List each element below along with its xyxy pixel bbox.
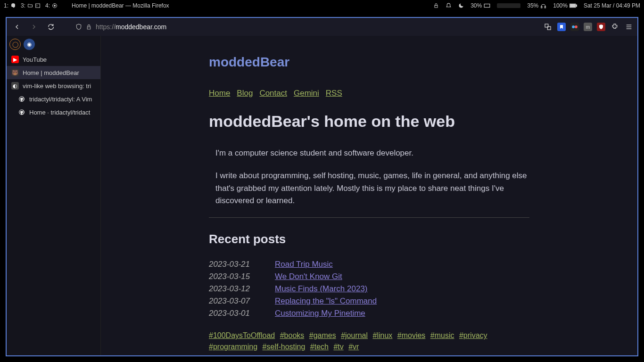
svg-rect-7 — [541, 6, 542, 8]
hamburger-menu-icon[interactable] — [624, 22, 634, 32]
lock-icon[interactable] — [433, 3, 439, 8]
workspace-1[interactable]: 1: — [4, 2, 16, 9]
tag-link[interactable]: #100DaysToOffload — [209, 331, 275, 339]
audio-indicator: 35% — [527, 2, 546, 9]
tag-link[interactable]: #games — [309, 331, 336, 339]
forward-button[interactable] — [27, 20, 41, 33]
nav-link-gemini[interactable]: Gemini — [294, 89, 319, 98]
nav-link-rss[interactable]: RSS — [326, 89, 342, 98]
svg-point-15 — [572, 25, 575, 28]
svg-rect-8 — [545, 6, 545, 8]
system-topbar: 1: 3: 4: Home | moddedBear — Mozilla Fir… — [0, 0, 644, 11]
tab-label: tridactyl/tridactyl: A Vim — [29, 96, 92, 103]
terminal-icon — [34, 3, 41, 9]
back-button[interactable] — [10, 20, 24, 33]
tab-label: Home | moddedBear — [23, 69, 79, 76]
post-row: 2023-03-07Replacing the "ls" Command — [209, 296, 529, 306]
svg-point-16 — [575, 25, 578, 28]
nav-link-contact[interactable]: Contact — [259, 89, 287, 98]
battery-indicator: 100% — [553, 2, 577, 9]
tag-link[interactable]: #music — [430, 331, 454, 339]
post-date: 2023-03-15 — [209, 272, 256, 281]
post-date: 2023-03-07 — [209, 296, 256, 306]
tag-link[interactable]: #tv — [333, 343, 343, 351]
page-heading: moddedBear's home on the web — [209, 112, 529, 131]
tag-link[interactable]: #books — [280, 331, 305, 339]
post-link[interactable]: Replacing the "ls" Command — [275, 296, 377, 306]
tab-label: vim-like web browsing: tri — [23, 82, 91, 90]
post-date: 2023-03-01 — [209, 309, 256, 318]
nav-link-blog[interactable]: Blog — [237, 89, 253, 98]
workspace-3[interactable]: 3: — [21, 2, 41, 9]
extension-darkreader-icon[interactable] — [570, 23, 579, 31]
recent-posts-list: 2023-03-21Road Trip Music2023-03-15We Do… — [209, 260, 529, 318]
nav-link-home[interactable]: Home — [209, 89, 230, 98]
moon-icon[interactable] — [458, 3, 464, 8]
window-title: Home | moddedBear — Mozilla Firefox — [72, 2, 169, 9]
workspace-4[interactable]: 4: — [45, 2, 58, 9]
page-content[interactable]: moddedBear HomeBlogContactGeminiRSS modd… — [101, 36, 637, 355]
firefox-icon — [51, 3, 58, 9]
sidebar-tab[interactable]: tridactyl/tridactyl: A Vim — [7, 92, 100, 106]
keyboard-indicator: 30% — [471, 2, 490, 9]
browser-window: https://moddedbear.com m — [6, 17, 638, 356]
post-date: 2023-03-12 — [209, 284, 256, 294]
sidebar-tab[interactable]: Home · tridactyl/tridact — [7, 106, 100, 119]
tag-link[interactable]: #programming — [209, 343, 257, 351]
tab-favicon — [18, 108, 25, 116]
tab-label: Home · tridactyl/tridact — [29, 109, 90, 116]
post-link[interactable]: Customizing My Pinetime — [275, 309, 365, 318]
translate-icon[interactable] — [543, 22, 553, 32]
intro-paragraph-2: I write about programming, self hosting,… — [215, 170, 529, 207]
tab-favicon — [18, 95, 25, 103]
shield-icon[interactable] — [75, 24, 82, 30]
mastodon-icon — [10, 3, 16, 9]
extension-m-icon[interactable]: m — [584, 23, 592, 31]
post-row: 2023-03-12Music Finds (March 2023) — [209, 284, 529, 294]
svg-point-2 — [54, 5, 56, 7]
post-row: 2023-03-01Customizing My Pinetime — [209, 309, 529, 318]
tag-cloud: #100DaysToOffload #books #games #journal… — [209, 330, 529, 353]
tag-link[interactable]: #journal — [341, 331, 368, 339]
tag-link[interactable]: #self-hosting — [263, 343, 305, 351]
brightness-slider[interactable] — [497, 3, 520, 8]
recent-heading: Recent posts — [209, 232, 529, 247]
url-bar[interactable]: https://moddedbear.com — [71, 20, 492, 34]
browser-toolbar: https://moddedbear.com m — [7, 18, 637, 36]
extension-floccus-icon[interactable] — [557, 23, 566, 31]
svg-rect-0 — [35, 4, 40, 8]
datetime: Sat 25 Mar / 04:49 PM — [584, 2, 640, 9]
intro-paragraph-1: I'm a computer science student and softw… — [215, 147, 529, 159]
url-protocol: https:// — [96, 23, 116, 31]
post-link[interactable]: Road Trip Music — [275, 260, 333, 269]
sidebar-tab[interactable]: 🐻Home | moddedBear — [7, 66, 100, 79]
lock-icon[interactable] — [86, 24, 92, 30]
post-link[interactable]: Music Finds (March 2023) — [275, 284, 368, 294]
tab-label: YouTube — [23, 56, 47, 63]
svg-rect-3 — [435, 6, 438, 8]
reload-button[interactable] — [44, 20, 58, 33]
sidebar-tab[interactable]: ▶YouTube — [7, 53, 100, 66]
tag-link[interactable]: #vr — [348, 343, 359, 351]
tab-favicon: 🐻 — [11, 69, 19, 76]
folder-icon — [27, 3, 33, 9]
svg-rect-10 — [570, 5, 575, 7]
extension-ublock-icon[interactable] — [597, 23, 605, 31]
tag-link[interactable]: #tech — [310, 343, 329, 351]
svg-rect-11 — [576, 5, 577, 7]
bell-icon[interactable] — [446, 3, 452, 9]
tag-link[interactable]: #linux — [373, 331, 393, 339]
container-work-icon[interactable]: ◉ — [24, 39, 35, 50]
tab-favicon: ▶ — [11, 56, 19, 63]
container-personal-icon[interactable]: ◯ — [9, 39, 21, 50]
svg-rect-12 — [87, 26, 91, 29]
tag-link[interactable]: #privacy — [459, 331, 487, 339]
post-link[interactable]: We Don't Know Git — [275, 272, 342, 281]
tag-link[interactable]: #movies — [397, 331, 426, 339]
post-row: 2023-03-21Road Trip Music — [209, 260, 529, 269]
url-host: moddedbear.com — [116, 23, 166, 31]
site-title: moddedBear — [209, 55, 529, 70]
svg-rect-4 — [484, 4, 490, 8]
extensions-icon[interactable] — [610, 22, 619, 32]
sidebar-tab[interactable]: ◐vim-like web browsing: tri — [7, 79, 100, 92]
